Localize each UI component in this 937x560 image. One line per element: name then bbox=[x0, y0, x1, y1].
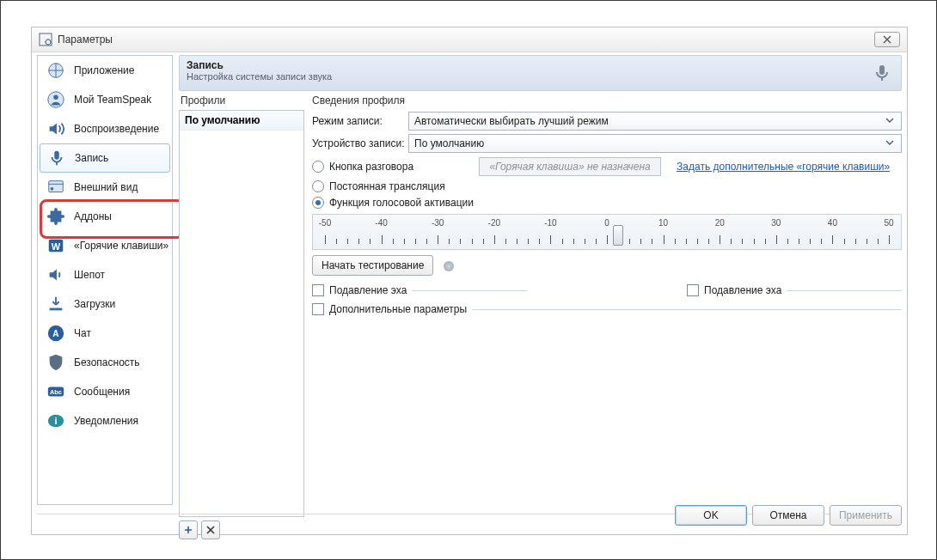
settings-window: Параметры ПриложениеМой TeamSpeakВоспрои… bbox=[31, 27, 908, 535]
ruler-tick bbox=[878, 239, 879, 244]
divider bbox=[472, 309, 902, 310]
sidebar-item-abc[interactable]: AbcСообщения bbox=[40, 377, 170, 406]
download-icon bbox=[45, 293, 67, 315]
appearance-icon bbox=[45, 176, 67, 198]
sidebar-item-appearance[interactable]: Внешний вид bbox=[40, 173, 170, 202]
ruler-tick bbox=[483, 239, 484, 244]
x-icon bbox=[206, 526, 215, 534]
sidebar-item-label: Внешний вид bbox=[74, 181, 138, 193]
apply-button[interactable]: Применить bbox=[830, 505, 902, 526]
ruler-tick bbox=[708, 239, 709, 244]
continuous-radio-row[interactable]: Постоянная трансляция bbox=[312, 180, 902, 192]
ruler-tick bbox=[550, 235, 551, 244]
abc-icon: Abc bbox=[45, 380, 67, 403]
whisper-icon bbox=[45, 264, 67, 286]
radio-icon bbox=[312, 180, 324, 192]
sidebar-item-puzzle[interactable]: Аддоны bbox=[40, 202, 170, 231]
window-title: Параметры bbox=[58, 33, 113, 46]
record-device-combo[interactable]: По умолчанию bbox=[408, 134, 902, 153]
ruler-label: 20 bbox=[715, 218, 725, 228]
sidebar-item-label: Запись bbox=[75, 152, 108, 164]
sidebar-item-label: Мой TeamSpeak bbox=[74, 94, 151, 106]
ruler-tick bbox=[460, 239, 461, 244]
titlebar: Параметры bbox=[32, 27, 907, 52]
cancel-button[interactable]: Отмена bbox=[752, 505, 824, 526]
vad-threshold-slider[interactable]: -50-40-30-20-1001020304050 bbox=[312, 214, 902, 250]
chevron-down-icon bbox=[885, 115, 897, 127]
extra-hotkeys-link[interactable]: Задать дополнительные «горячие клавиши» bbox=[677, 161, 890, 173]
ruler-tick bbox=[573, 239, 574, 244]
add-profile-button[interactable] bbox=[179, 520, 198, 539]
profiles-column: Профили По умолчанию bbox=[179, 94, 304, 539]
close-button[interactable] bbox=[874, 32, 900, 47]
ruler-tick bbox=[799, 239, 799, 244]
ruler-tick bbox=[742, 239, 743, 244]
sidebar-item-chat[interactable]: AЧат bbox=[40, 319, 170, 348]
ruler-tick bbox=[449, 239, 450, 244]
echo-cancel-checkbox[interactable]: Подавление эха bbox=[312, 284, 407, 296]
sidebar-item-label: Чат bbox=[74, 327, 91, 339]
record-mode-value: Автоматически выбирать лучший режим bbox=[414, 115, 609, 127]
ruler-tick bbox=[358, 239, 359, 244]
ruler-tick bbox=[438, 235, 438, 244]
ruler-tick bbox=[810, 239, 811, 244]
plus-icon bbox=[184, 526, 193, 534]
sidebar-item-whisper[interactable]: Шепот bbox=[40, 260, 170, 289]
close-icon bbox=[883, 35, 891, 44]
settings-icon bbox=[39, 33, 52, 46]
sidebar-item-info[interactable]: iУведомления bbox=[40, 406, 170, 435]
svg-text:Abc: Abc bbox=[50, 388, 62, 396]
svg-rect-5 bbox=[54, 151, 59, 160]
svg-point-1 bbox=[46, 40, 51, 45]
ok-button[interactable]: OK bbox=[675, 505, 747, 526]
hotkey-display[interactable]: «Горячая клавиша» не назначена bbox=[479, 157, 661, 176]
svg-text:A: A bbox=[52, 329, 59, 338]
slider-thumb[interactable] bbox=[613, 225, 623, 246]
svg-rect-6 bbox=[49, 181, 64, 192]
ruler-tick bbox=[867, 239, 867, 244]
divider bbox=[412, 290, 527, 291]
delete-profile-button[interactable] bbox=[201, 520, 220, 539]
ruler-tick bbox=[585, 239, 585, 244]
continuous-label: Постоянная трансляция bbox=[329, 180, 445, 192]
vad-label: Функция голосовой активации bbox=[329, 197, 474, 209]
record-device-value: По умолчанию bbox=[414, 137, 484, 149]
ruler-tick bbox=[347, 239, 348, 244]
echo-cancel-checkbox-2[interactable]: Подавление эха bbox=[687, 284, 781, 296]
category-sidebar: ПриложениеМой TeamSpeakВоспроизведениеЗа… bbox=[37, 55, 173, 505]
ruler-tick bbox=[325, 235, 326, 244]
vad-radio-row[interactable]: Функция голосовой активации bbox=[312, 197, 902, 209]
shield-icon bbox=[45, 351, 67, 374]
ruler-tick bbox=[832, 235, 833, 244]
start-test-button[interactable]: Начать тестирование bbox=[312, 255, 433, 276]
sidebar-item-download[interactable]: Загрузки bbox=[40, 289, 170, 319]
ruler-tick bbox=[664, 235, 664, 244]
sidebar-item-shield[interactable]: Безопасность bbox=[40, 348, 170, 377]
ptt-radio-row[interactable]: Кнопка разговора «Горячая клавиша» не на… bbox=[312, 157, 902, 176]
info-icon: i bbox=[45, 410, 67, 432]
ruler-label: 0 bbox=[604, 218, 609, 228]
ruler-tick bbox=[697, 239, 698, 244]
sidebar-item-speaker[interactable]: Воспроизведение bbox=[40, 114, 170, 143]
sidebar-item-mic[interactable]: Запись bbox=[40, 143, 170, 173]
record-mode-combo[interactable]: Автоматически выбирать лучший режим bbox=[408, 112, 902, 131]
ruler-tick bbox=[370, 239, 371, 244]
sidebar-item-word[interactable]: W«Горячие клавиши» bbox=[40, 231, 170, 260]
profile-item[interactable]: По умолчанию bbox=[180, 111, 303, 131]
ruler-label: -40 bbox=[375, 218, 387, 228]
sidebar-item-label: Приложение bbox=[74, 64, 134, 76]
advanced-checkbox[interactable]: Дополнительные параметры bbox=[312, 303, 467, 315]
ruler-tick bbox=[765, 239, 766, 244]
sidebar-item-user[interactable]: Мой TeamSpeak bbox=[40, 85, 170, 114]
sidebar-item-label: Безопасность bbox=[74, 356, 140, 368]
record-mode-label: Режим записи: bbox=[312, 115, 408, 127]
profiles-list[interactable]: По умолчанию bbox=[179, 110, 304, 517]
ruler-tick bbox=[562, 239, 563, 244]
ruler-tick bbox=[776, 235, 777, 244]
ruler-tick bbox=[731, 239, 732, 244]
ruler-label: 50 bbox=[884, 218, 893, 228]
ruler-label: -50 bbox=[319, 218, 331, 228]
ruler-tick bbox=[336, 239, 337, 244]
ruler-tick bbox=[539, 239, 540, 244]
sidebar-item-app[interactable]: Приложение bbox=[40, 56, 170, 85]
